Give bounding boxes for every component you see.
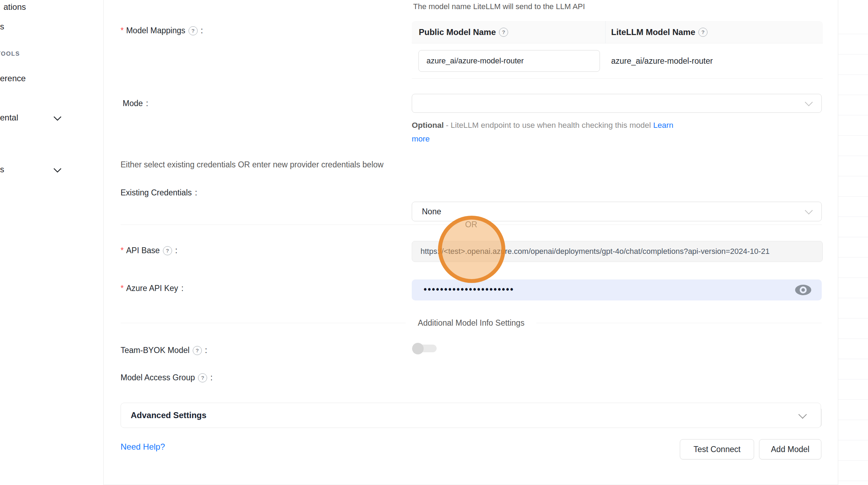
sidebar-item-reference[interactable]: erence <box>0 74 26 83</box>
chevron-down-icon <box>798 410 807 418</box>
learn-more-link[interactable]: Learn <box>653 121 674 130</box>
public-model-name-input[interactable] <box>418 50 600 72</box>
label-colon: : <box>201 26 203 35</box>
model-mappings-table: Public Model Name ? LiteLLM Model Name ?… <box>412 21 823 79</box>
sidebar-item-label: ental <box>0 113 18 122</box>
mode-hint: Optional- LiteLLM endpoint to use when h… <box>412 118 673 146</box>
mode-select[interactable] <box>412 94 822 113</box>
sidebar-item-label: ations <box>4 2 26 12</box>
help-icon[interactable]: ? <box>163 246 172 255</box>
eye-icon[interactable] <box>795 285 811 295</box>
add-model-page: { "colors": { "link": "#1677ff", "requir… <box>0 0 868 485</box>
team-byok-label: Team-BYOK Model ? : <box>121 346 207 355</box>
help-icon[interactable]: ? <box>198 373 207 382</box>
required-asterisk: * <box>121 284 124 293</box>
add-model-button[interactable]: Add Model <box>759 439 821 459</box>
team-byok-toggle[interactable] <box>412 342 437 354</box>
existing-credentials-select[interactable]: None <box>412 202 822 221</box>
sidebar-item-organizations[interactable]: ations <box>4 2 26 12</box>
or-divider: OR <box>121 219 822 230</box>
model-access-group-label: Model Access Group ? : <box>121 373 213 382</box>
help-icon[interactable]: ? <box>499 28 508 37</box>
existing-credentials-value: None <box>422 207 441 216</box>
mode-hint-bold: Optional <box>412 121 444 130</box>
help-icon[interactable]: ? <box>189 26 198 35</box>
model-mappings-label: * Model Mappings ? : <box>121 26 203 35</box>
chevron-down-icon[interactable] <box>54 113 62 121</box>
learn-more-link[interactable]: more <box>412 134 430 143</box>
sidebar-item-settings[interactable]: s <box>0 165 4 174</box>
need-help-link[interactable]: Need Help? <box>121 442 165 452</box>
sidebar-item-label: erence <box>0 74 26 83</box>
sidebar-item-label: s <box>0 165 4 174</box>
help-icon[interactable]: ? <box>698 28 708 37</box>
mode-hint-text: - LiteLLM endpoint to use when health ch… <box>446 121 651 130</box>
litellm-model-name-value: azure_ai/azure-model-router <box>605 56 823 66</box>
table-row: azure_ai/azure-model-router <box>412 43 823 79</box>
advanced-settings-label: Advanced Settings <box>131 410 206 420</box>
sidebar-item-1[interactable]: s <box>0 22 4 32</box>
background-rows <box>838 14 868 485</box>
sidebar-item-experimental[interactable]: ental <box>0 113 18 123</box>
public-model-name-header: Public Model Name ? <box>412 27 605 37</box>
additional-settings-divider: Additional Model Info Settings <box>121 318 822 328</box>
required-asterisk: * <box>121 246 124 255</box>
required-asterisk: * <box>121 26 124 35</box>
advanced-settings-panel[interactable]: Advanced Settings <box>121 403 821 428</box>
test-connect-button[interactable]: Test Connect <box>680 439 754 459</box>
sidebar: ations s TOOLS erence ental s <box>0 0 103 485</box>
mode-label: Mode : <box>123 99 148 108</box>
azure-api-key-field[interactable]: •••••••••••••••••••••• <box>412 279 822 300</box>
model-name-hint: The model name LiteLLM will send to the … <box>413 2 585 11</box>
help-icon[interactable]: ? <box>193 346 202 355</box>
add-model-form-card: The model name LiteLLM will send to the … <box>103 0 838 485</box>
table-header-row: Public Model Name ? LiteLLM Model Name ? <box>412 21 823 43</box>
sidebar-item-label: s <box>0 22 4 31</box>
azure-api-key-label: * Azure API Key : <box>121 284 184 293</box>
sidebar-section-tools: TOOLS <box>0 50 20 57</box>
credentials-note: Either select existing credentials OR en… <box>121 160 383 169</box>
toggle-knob <box>412 343 424 354</box>
api-base-input[interactable] <box>412 241 823 262</box>
chevron-down-icon[interactable] <box>54 165 62 173</box>
api-base-label: * API Base ? : <box>121 246 177 255</box>
litellm-model-name-header: LiteLLM Model Name ? <box>605 21 823 43</box>
masked-api-key: •••••••••••••••••••••• <box>424 284 514 295</box>
existing-credentials-label: Existing Credentials : <box>121 188 197 198</box>
chevron-down-icon <box>805 207 813 215</box>
chevron-down-icon <box>805 98 813 106</box>
